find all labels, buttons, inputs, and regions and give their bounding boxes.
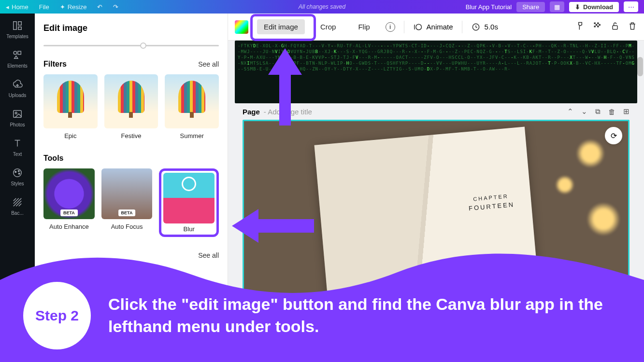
file-label: File xyxy=(39,3,49,11)
tutorial-overlay: Step 2 Click the "edit image" button and… xyxy=(0,246,644,362)
nav-templates[interactable]: Templates xyxy=(6,20,29,39)
svg-rect-18 xyxy=(597,26,599,27)
context-toolbar: Edit image Crop Flip i Animate 5.0s xyxy=(228,14,644,41)
animate-button[interactable]: Animate xyxy=(413,22,453,32)
filter-epic[interactable]: Epic xyxy=(43,74,98,139)
filter-summer[interactable]: Summer xyxy=(165,74,219,139)
color-picker-icon[interactable] xyxy=(235,20,248,34)
delete-icon[interactable] xyxy=(628,21,637,32)
resize-menu[interactable]: ✦ Resize xyxy=(60,3,87,11)
nav-background[interactable]: Bac... xyxy=(11,197,24,216)
project-title[interactable]: Blur App Tutorial xyxy=(466,3,512,11)
download-button[interactable]: ⬇ Download xyxy=(569,2,619,12)
svg-point-7 xyxy=(14,169,22,177)
tutorial-arrow-left xyxy=(232,207,314,245)
chapter-text: CHAPTER FOURTEEN xyxy=(468,192,515,214)
svg-rect-2 xyxy=(18,27,21,30)
file-menu[interactable]: File xyxy=(39,3,49,11)
svg-point-6 xyxy=(15,112,17,114)
more-button[interactable]: ⋯ xyxy=(624,1,638,12)
share-button[interactable]: Share xyxy=(516,2,545,12)
info-icon[interactable]: i xyxy=(386,22,395,32)
tool-blur[interactable]: Blur xyxy=(159,168,219,237)
svg-rect-14 xyxy=(597,23,599,24)
resize-label: Resize xyxy=(68,3,87,11)
svg-rect-0 xyxy=(14,22,16,30)
svg-rect-5 xyxy=(14,111,22,118)
lock-icon[interactable] xyxy=(610,21,620,32)
edit-image-button[interactable]: Edit image xyxy=(257,19,305,34)
add-page-icon[interactable]: ⊞ xyxy=(623,107,630,116)
crop-button[interactable]: Crop xyxy=(314,19,343,34)
svg-point-8 xyxy=(15,171,16,173)
nav-photos[interactable]: Photos xyxy=(10,109,25,127)
style-copy-icon[interactable] xyxy=(575,21,585,32)
page-down-icon[interactable]: ⌄ xyxy=(581,107,587,116)
panel-title: Edit image xyxy=(43,23,219,33)
filters-heading: Filters xyxy=(43,60,67,69)
adjust-slider[interactable] xyxy=(43,45,219,46)
home-label: Home xyxy=(12,3,29,11)
tools-heading: Tools xyxy=(43,154,63,163)
nav-styles[interactable]: Styles xyxy=(11,167,24,186)
step-instruction: Click the "edit image" button and find t… xyxy=(108,293,620,338)
transparency-icon[interactable] xyxy=(593,21,602,32)
home-menu[interactable]: ◂ Home xyxy=(6,3,29,11)
filters-seeall[interactable]: See all xyxy=(198,60,219,68)
svg-point-3 xyxy=(14,51,16,54)
nav-elements[interactable]: Elements xyxy=(7,50,28,69)
duration-button[interactable]: 5.0s xyxy=(471,22,498,32)
svg-point-9 xyxy=(18,170,19,172)
svg-rect-4 xyxy=(18,51,21,54)
svg-rect-15 xyxy=(596,24,597,26)
svg-rect-19 xyxy=(613,26,617,29)
regenerate-button[interactable]: ⟳ xyxy=(605,127,622,144)
filter-festive[interactable]: Festive xyxy=(104,74,158,139)
svg-point-11 xyxy=(415,24,421,30)
undo-button[interactable]: ↶ xyxy=(97,3,102,11)
scrollbar[interactable] xyxy=(637,57,643,76)
duplicate-page-icon[interactable]: ⧉ xyxy=(595,107,601,116)
redo-button[interactable]: ↷ xyxy=(113,3,118,11)
tool-auto-enhance[interactable]: BETAAuto Enhance xyxy=(43,168,95,237)
tool-auto-focus[interactable]: BETAAuto Focus xyxy=(101,168,153,237)
save-status: All changes saved xyxy=(299,3,345,10)
flip-button[interactable]: Flip xyxy=(351,19,376,34)
svg-rect-16 xyxy=(599,24,601,26)
delete-page-icon[interactable]: 🗑 xyxy=(608,108,615,116)
present-button[interactable]: ▦ xyxy=(550,1,564,12)
nav-uploads[interactable]: Uploads xyxy=(9,79,27,98)
top-menubar: ◂ Home File ✦ Resize ↶ ↷ All changes sav… xyxy=(0,0,644,14)
page-up-icon[interactable]: ⌃ xyxy=(567,107,573,116)
svg-rect-17 xyxy=(594,26,596,27)
svg-rect-1 xyxy=(18,22,21,25)
page-label: Page xyxy=(243,108,260,116)
svg-rect-13 xyxy=(594,23,596,24)
nav-text[interactable]: Text xyxy=(12,138,23,157)
tutorial-arrow-up xyxy=(266,48,304,125)
step-badge: Step 2 xyxy=(23,282,91,349)
svg-point-10 xyxy=(18,173,20,174)
